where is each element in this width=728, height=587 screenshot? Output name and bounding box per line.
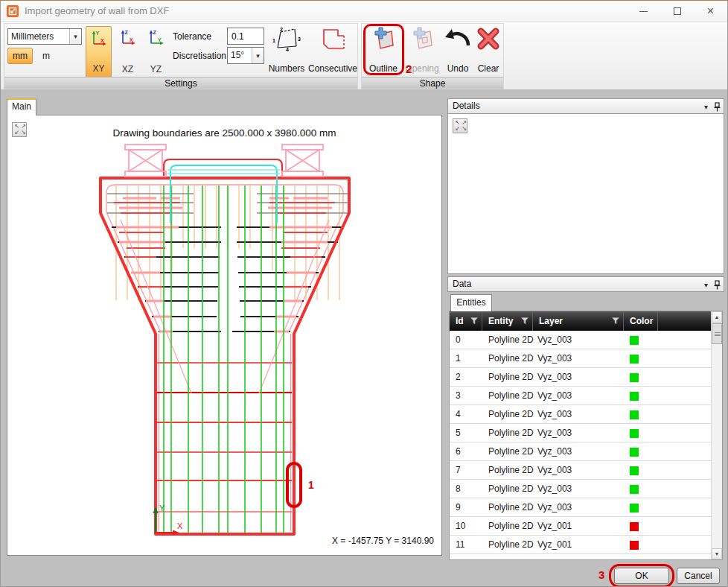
minimize-button[interactable]: [627, 1, 660, 22]
table-row[interactable]: 5 Polyline 2D Vyz_003: [450, 424, 711, 442]
table-row[interactable]: 0 Polyline 2D Vyz_003: [450, 331, 711, 349]
details-expand-button[interactable]: ↖↗↙↘: [453, 118, 467, 133]
entity-color-swatch: [630, 466, 639, 475]
minimize-icon: [639, 11, 648, 12]
table-row[interactable]: 6 Polyline 2D Vyz_003: [450, 442, 711, 461]
plane-xz-label: XZ: [115, 64, 141, 74]
drawing-boundaries-text: Drawing boundaries are 2500.000 x 3980.0…: [7, 127, 441, 139]
tab-main[interactable]: Main: [7, 98, 36, 115]
units-dropdown[interactable]: Millimeters ▾: [7, 28, 82, 45]
column-header-color[interactable]: Color: [624, 311, 658, 331]
data-panel: Data ▾ Entities Id Entity Layer: [447, 276, 724, 562]
cell-entity: Polyline 2D: [488, 442, 534, 461]
plane-yz-label: YZ: [143, 64, 169, 74]
tab-entities[interactable]: Entities: [450, 294, 492, 311]
cursor-coordinates: X = -1457.75 Y = 3140.90: [332, 536, 434, 546]
pin-icon[interactable]: [714, 280, 721, 290]
app-icon: [7, 5, 19, 17]
cell-id: 10: [456, 517, 465, 536]
numbers-button[interactable]: 1 2 3 4 Numbers: [266, 26, 307, 74]
import-dxf-dialog: Import geometry of wall from DXF × Milli…: [0, 0, 728, 587]
pin-icon[interactable]: [714, 102, 721, 112]
settings-group: Millimeters ▾ mm m Y X XY: [4, 23, 358, 89]
chevron-down-icon[interactable]: ▾: [252, 48, 264, 63]
unit-mm-button[interactable]: mm: [7, 48, 33, 64]
title-bar: Import geometry of wall from DXF ×: [1, 1, 727, 22]
cell-id: 6: [456, 442, 461, 461]
plane-yz-button[interactable]: Z Y YZ: [143, 26, 169, 78]
plane-xy-button[interactable]: Y X XY: [86, 26, 112, 78]
table-row[interactable]: 10 Polyline 2D Vyz_001: [450, 517, 711, 536]
svg-text:Y: Y: [95, 31, 99, 36]
svg-text:4: 4: [286, 47, 289, 52]
maximize-button[interactable]: [660, 1, 694, 22]
cell-id: 7: [456, 461, 461, 480]
axis-x-label: X: [177, 521, 183, 530]
tolerance-input[interactable]: [227, 28, 264, 45]
discretisation-dropdown[interactable]: 15° ▾: [227, 47, 264, 64]
table-row[interactable]: 2 Polyline 2D Vyz_003: [450, 368, 711, 387]
filter-icon[interactable]: [521, 317, 529, 325]
cell-entity: Polyline 2D: [488, 517, 534, 536]
cell-entity: Polyline 2D: [488, 424, 534, 442]
entity-color-swatch: [630, 485, 639, 494]
clear-icon: [476, 26, 501, 51]
opening-icon: [409, 26, 435, 51]
table-row[interactable]: 1 Polyline 2D Vyz_003: [450, 349, 711, 368]
plane-xy-label: XY: [86, 63, 111, 74]
filter-icon[interactable]: [612, 317, 619, 325]
unit-m-button[interactable]: m: [39, 48, 54, 64]
details-panel-title: Details: [453, 101, 480, 111]
outline-button[interactable]: Outline: [366, 26, 400, 74]
scroll-up-icon[interactable]: ▲: [712, 311, 722, 323]
data-panel-title: Data: [453, 279, 471, 289]
chevron-down-icon[interactable]: ▾: [69, 29, 81, 44]
table-row[interactable]: 4 Polyline 2D Vyz_003: [450, 405, 711, 424]
svg-text:Z: Z: [153, 30, 156, 35]
consecutive-button[interactable]: Consecutive: [307, 26, 359, 74]
clear-label: Clear: [473, 63, 503, 74]
table-scrollbar[interactable]: ▲ ▼: [711, 311, 722, 559]
plane-xz-button[interactable]: Z X XZ: [115, 26, 141, 78]
column-header-layer[interactable]: Layer: [533, 311, 624, 331]
close-button[interactable]: ×: [694, 1, 727, 22]
canvas-expand-button[interactable]: ↖↗↙↘: [12, 122, 27, 137]
cell-layer: Vyz_001: [537, 517, 572, 536]
filter-icon[interactable]: [470, 317, 478, 325]
cell-entity: Polyline 2D: [488, 480, 534, 498]
consecutive-icon: [317, 26, 348, 53]
cell-layer: Vyz_003: [537, 368, 572, 387]
table-row[interactable]: 7 Polyline 2D Vyz_003: [450, 461, 711, 480]
cell-layer: Vyz_003: [537, 405, 572, 424]
details-panel-body[interactable]: ↖↗↙↘: [447, 114, 724, 274]
cell-entity: Polyline 2D: [488, 536, 534, 554]
consecutive-label: Consecutive: [307, 63, 359, 74]
cell-id: 1: [456, 349, 461, 368]
cell-layer: Vyz_003: [537, 442, 572, 461]
panel-menu-icon[interactable]: ▾: [704, 100, 708, 114]
undo-button[interactable]: Undo: [442, 26, 473, 74]
entities-table-header: Id Entity Layer Color: [450, 311, 711, 331]
cancel-button[interactable]: Cancel: [677, 568, 720, 584]
scroll-down-icon[interactable]: ▼: [712, 548, 722, 559]
units-value: Millimeters: [8, 29, 69, 44]
origin-axes: Y X: [153, 504, 184, 536]
table-row[interactable]: 3 Polyline 2D Vyz_003: [450, 387, 711, 405]
xy-axes-icon: Y X: [90, 29, 108, 47]
column-header-id[interactable]: Id: [450, 311, 482, 331]
panel-menu-icon[interactable]: ▾: [704, 278, 708, 292]
maximize-icon: [674, 7, 681, 15]
table-row[interactable]: 9 Polyline 2D Vyz_003: [450, 498, 711, 517]
toolbar: Millimeters ▾ mm m Y X XY: [1, 22, 728, 90]
settings-caption: Settings: [4, 77, 357, 89]
table-row[interactable]: 11 Polyline 2D Vyz_001: [450, 536, 711, 554]
scrollbar-thumb[interactable]: [712, 323, 722, 344]
table-row[interactable]: 8 Polyline 2D Vyz_003: [450, 480, 711, 498]
column-header-entity[interactable]: Entity: [482, 311, 533, 331]
drawing-canvas[interactable]: Y X 1 Drawing boundaries are 2500.000 x …: [7, 115, 442, 556]
outline-icon: [371, 26, 396, 51]
clear-button[interactable]: Clear: [473, 26, 503, 74]
ok-button[interactable]: OK: [614, 568, 669, 584]
cell-layer: Vyz_003: [537, 424, 572, 442]
numbers-icon: 1 2 3 4: [271, 26, 302, 53]
